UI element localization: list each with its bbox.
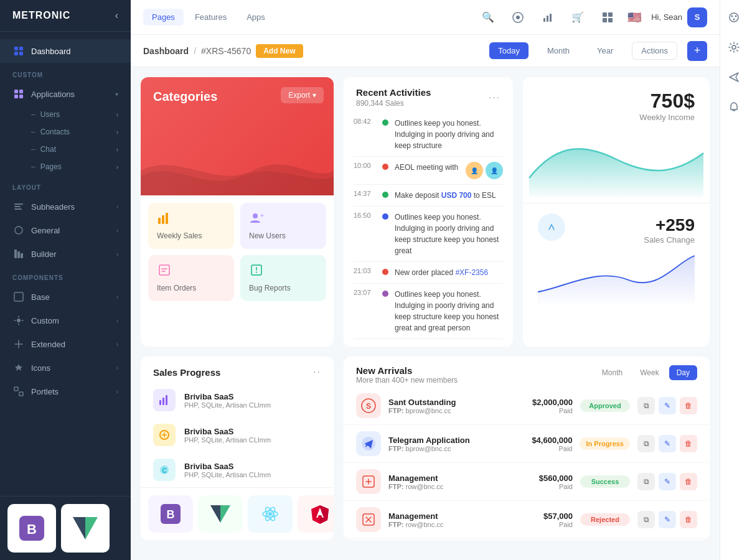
year-button[interactable]: Year: [588, 42, 622, 59]
sidebar-item-chat[interactable]: – Chat ›: [31, 141, 131, 158]
nav-tab-pages[interactable]: Pages: [143, 9, 184, 26]
edit-btn-3[interactable]: ✎: [659, 511, 676, 528]
sales-info-0: Briviba SaaS PHP, SQLite, Artisan CLImm: [184, 392, 321, 409]
delete-btn-3[interactable]: 🗑: [680, 511, 697, 528]
sidebar-item-subheaders[interactable]: Subheaders ›: [0, 195, 131, 218]
week-period-btn[interactable]: Week: [632, 365, 666, 380]
arrival-row-1: Telegram Application FTP: bprow@bnc.cc $…: [344, 425, 710, 463]
contacts-label: Contacts: [40, 128, 70, 136]
copy-btn-3[interactable]: ⧉: [637, 511, 655, 528]
sales-avatar-0: [153, 389, 176, 411]
day-period-btn[interactable]: Day: [669, 365, 697, 380]
add-user-icon: +: [249, 212, 317, 228]
sidebar-item-applications[interactable]: Applications ▾: [0, 82, 131, 106]
svg-text:C: C: [162, 467, 166, 474]
orders-icon: [157, 264, 225, 280]
arrival-info-0: Sant Outstanding FTP: bprow@bnc.cc: [388, 398, 509, 414]
sidebar-item-dashboard[interactable]: Dashboard: [0, 39, 131, 63]
nav-tab-apps[interactable]: Apps: [238, 9, 274, 26]
arrival-amount-0: $2,000,000 Paid: [517, 398, 573, 414]
category-item-orders[interactable]: Item Orders: [148, 255, 234, 301]
svg-point-65: [735, 16, 736, 17]
share-icon[interactable]: [508, 7, 528, 27]
icons-label: Icons: [31, 363, 116, 373]
svg-text:+: +: [260, 212, 264, 219]
sidebar-item-base[interactable]: Base ›: [0, 285, 131, 309]
copy-btn-1[interactable]: ⧉: [637, 435, 655, 452]
sidebar-item-builder[interactable]: Builder ›: [0, 242, 131, 266]
add-new-button[interactable]: Add New: [256, 44, 303, 58]
add-button[interactable]: +: [687, 41, 707, 61]
sidebar-item-users[interactable]: – Users ›: [31, 106, 131, 123]
svg-marker-17: [15, 364, 22, 371]
svg-rect-31: [603, 18, 607, 22]
sidebar-layout-label: LAYOUT: [0, 175, 131, 195]
arrival-ftp-3: FTP: row@bnc.cc: [388, 521, 509, 528]
delete-btn-0[interactable]: 🗑: [680, 397, 697, 414]
user-menu[interactable]: Hi, Sean S: [651, 7, 707, 27]
portlets-chevron: ›: [116, 388, 118, 395]
sales-change-label: Sales Change: [644, 235, 695, 245]
logo-angular: [298, 495, 334, 533]
category-new-users[interactable]: + New Users: [240, 203, 326, 249]
custom-label: Custom: [31, 316, 116, 325]
sales-more-icon[interactable]: ··: [313, 366, 321, 378]
month-button[interactable]: Month: [538, 42, 578, 59]
nav-tab-features[interactable]: Features: [186, 9, 235, 26]
activity-dot: [382, 269, 388, 275]
sales-name-2: Briviba SaaS: [184, 462, 321, 471]
chart-icon[interactable]: [538, 7, 558, 27]
svg-marker-50: [210, 505, 220, 523]
edit-btn-1[interactable]: ✎: [659, 435, 676, 452]
arrival-paid-0: Paid: [517, 407, 573, 414]
actions-button[interactable]: Actions: [632, 42, 677, 60]
sales-avatar-2: C: [153, 459, 176, 481]
svg-rect-30: [608, 12, 613, 17]
sidebar-item-pages[interactable]: – Pages ›: [31, 158, 131, 175]
rs-palette-icon[interactable]: [724, 7, 744, 27]
grid-icon[interactable]: [598, 7, 618, 27]
svg-rect-0: [14, 47, 18, 50]
today-button[interactable]: Today: [489, 42, 529, 59]
sidebar-item-extended[interactable]: Extended ›: [0, 332, 131, 356]
delete-btn-2[interactable]: 🗑: [680, 473, 697, 490]
sidebar-item-general[interactable]: General ›: [0, 218, 131, 242]
sidebar-item-custom[interactable]: Custom ›: [0, 309, 131, 332]
arrival-icon-3: [356, 507, 381, 532]
svg-rect-9: [14, 206, 21, 207]
extended-icon: [12, 338, 25, 350]
cart-icon[interactable]: 🛒: [568, 7, 588, 27]
edit-btn-0[interactable]: ✎: [659, 397, 676, 414]
sidebar-toggle-icon[interactable]: ‹: [115, 10, 118, 21]
portlets-icon: [12, 385, 25, 398]
sidebar-item-portlets[interactable]: Portlets ›: [0, 380, 131, 403]
categories-card: Categories Export ▾ Weekly Sales: [141, 77, 334, 347]
rs-settings-icon[interactable]: [724, 37, 744, 57]
search-icon[interactable]: 🔍: [478, 7, 498, 27]
month-period-btn[interactable]: Month: [594, 365, 630, 380]
edit-btn-2[interactable]: ✎: [659, 473, 676, 490]
sidebar-item-icons[interactable]: Icons ›: [0, 356, 131, 380]
sales-sub-2: PHP, SQLite, Artisan CLImm: [184, 471, 321, 478]
new-arrivals-card: New Arrivals More than 400+ new members …: [344, 357, 710, 540]
category-weekly-sales[interactable]: Weekly Sales: [148, 203, 234, 249]
activities-title: Recent Activities: [356, 87, 431, 98]
sidebar-components-label: COMPONENTS: [0, 266, 131, 285]
svg-rect-33: [158, 218, 161, 224]
copy-btn-2[interactable]: ⧉: [637, 473, 655, 490]
activities-more-icon[interactable]: ···: [489, 92, 500, 103]
svg-rect-6: [14, 95, 18, 98]
category-bug-reports[interactable]: Bug Reports: [240, 255, 326, 301]
copy-btn-0[interactable]: ⧉: [637, 397, 655, 414]
delete-btn-1[interactable]: 🗑: [680, 435, 697, 452]
bug-reports-label: Bug Reports: [249, 284, 317, 292]
sales-header: Sales Progress ··: [141, 357, 334, 383]
sidebar-item-contacts[interactable]: – Contacts ›: [31, 123, 131, 141]
svg-rect-7: [19, 95, 23, 98]
rs-notification-icon[interactable]: [724, 97, 744, 117]
activity-item-2103: 21:03 New order placed #XF-2356: [354, 262, 503, 284]
sub-header: Dashboard / #XRS-45670 Add New Today Mon…: [131, 35, 720, 67]
rs-send-icon[interactable]: [724, 67, 744, 87]
base-chevron: ›: [116, 294, 118, 301]
flag-icon[interactable]: 🇺🇸: [627, 11, 641, 24]
